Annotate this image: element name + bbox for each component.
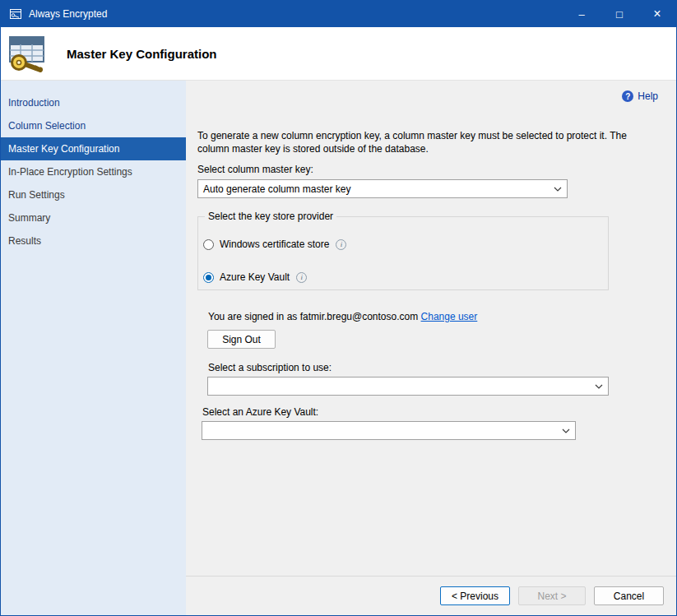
radio-windows-certificate-store-label: Windows certificate store: [220, 239, 329, 250]
signed-in-row: You are signed in as fatmir.bregu@contos…: [208, 311, 676, 322]
window-title: Always Encrypted: [29, 8, 107, 20]
minimize-icon: –: [578, 8, 584, 21]
app-icon: [9, 7, 22, 21]
next-button[interactable]: Next >: [518, 586, 586, 605]
sidebar-item-run-settings[interactable]: Run Settings: [1, 183, 186, 206]
key-vault-dropdown[interactable]: [202, 421, 576, 440]
signed-in-text: You are signed in as fatmir.bregu@contos…: [208, 311, 418, 322]
chevron-down-icon: [591, 378, 607, 394]
radio-azure-key-vault[interactable]: Azure Key Vault i: [203, 271, 598, 283]
page-title: Master Key Configuration: [67, 47, 217, 61]
footer-button-bar: < Previous Next > Cancel: [186, 576, 676, 615]
radio-checked-icon: [203, 272, 214, 283]
minimize-button[interactable]: –: [563, 1, 600, 27]
always-encrypted-dialog: Always Encrypted – □ × Master Key Config…: [0, 0, 677, 616]
radio-unchecked-icon: [203, 239, 214, 250]
sidebar-item-master-key-configuration[interactable]: Master Key Configuration: [1, 137, 186, 160]
wizard-steps-sidebar: Introduction Column Selection Master Key…: [1, 81, 186, 615]
table-key-icon: [7, 34, 49, 73]
sidebar-item-introduction[interactable]: Introduction: [1, 91, 186, 114]
chevron-down-icon: [558, 423, 574, 438]
info-icon[interactable]: i: [296, 272, 307, 283]
help-link[interactable]: ? Help: [622, 90, 658, 102]
main-panel: ? Help To generate a new column encrypti…: [186, 81, 676, 615]
sidebar-item-in-place-encryption[interactable]: In-Place Encryption Settings: [1, 160, 186, 183]
chevron-down-icon: [549, 181, 566, 197]
wizard-header: Master Key Configuration: [1, 27, 676, 81]
sidebar-item-column-selection[interactable]: Column Selection: [1, 114, 186, 137]
subscription-label: Select a subscription to use:: [208, 362, 676, 373]
master-key-value: Auto generate column master key: [203, 183, 350, 195]
key-store-provider-group: Select the key store provider Windows ce…: [197, 216, 609, 290]
change-user-link[interactable]: Change user: [421, 311, 478, 322]
previous-button[interactable]: < Previous: [440, 586, 510, 605]
sidebar-item-summary[interactable]: Summary: [1, 206, 186, 229]
close-button[interactable]: ×: [638, 1, 676, 27]
info-icon[interactable]: i: [336, 239, 346, 250]
help-icon: ?: [622, 90, 633, 102]
maximize-icon: □: [616, 8, 623, 21]
key-vault-label: Select an Azure Key Vault:: [202, 406, 676, 418]
cancel-button[interactable]: Cancel: [594, 586, 664, 605]
radio-azure-key-vault-label: Azure Key Vault: [220, 271, 290, 283]
sign-out-button[interactable]: Sign Out: [207, 330, 276, 349]
master-key-label: Select column master key:: [197, 164, 676, 175]
maximize-button[interactable]: □: [600, 1, 638, 27]
intro-text: To generate a new column encryption key,…: [197, 129, 658, 155]
close-icon: ×: [653, 7, 661, 21]
sidebar-item-results[interactable]: Results: [1, 229, 186, 252]
key-store-provider-title: Select the key store provider: [205, 211, 336, 222]
window-controls: – □ ×: [563, 1, 676, 27]
title-bar: Always Encrypted – □ ×: [1, 1, 676, 27]
radio-windows-certificate-store[interactable]: Windows certificate store i: [203, 239, 598, 250]
subscription-dropdown[interactable]: [207, 377, 609, 396]
master-key-dropdown[interactable]: Auto generate column master key: [197, 179, 568, 198]
help-label: Help: [638, 90, 658, 102]
